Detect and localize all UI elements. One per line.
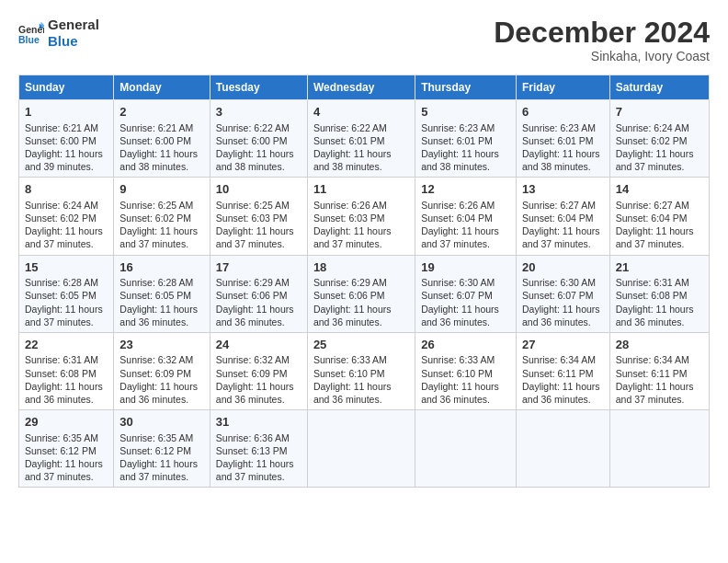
day-number: 13 [522, 181, 604, 198]
month-title: December 2024 [494, 17, 710, 49]
col-header-tuesday: Tuesday [210, 75, 307, 100]
day-number: 19 [421, 259, 510, 276]
week-row-5: 29Sunrise: 6:35 AMSunset: 6:12 PMDayligh… [19, 410, 710, 488]
sunset-text: Sunset: 6:01 PM [421, 135, 493, 146]
day-cell: 19Sunrise: 6:30 AMSunset: 6:07 PMDayligh… [415, 255, 517, 332]
day-number: 15 [25, 259, 108, 276]
day-cell: 18Sunrise: 6:29 AMSunset: 6:06 PMDayligh… [307, 255, 415, 332]
sunrise-text: Sunrise: 6:29 AM [216, 277, 290, 288]
header-row: SundayMondayTuesdayWednesdayThursdayFrid… [19, 75, 710, 100]
week-row-2: 8Sunrise: 6:24 AMSunset: 6:02 PMDaylight… [19, 178, 710, 255]
day-number: 1 [25, 104, 108, 121]
daylight-text: Daylight: 11 hours and 37 minutes. [119, 458, 198, 482]
sunrise-text: Sunrise: 6:28 AM [119, 277, 193, 288]
location: Sinkaha, Ivory Coast [494, 49, 710, 63]
day-cell: 27Sunrise: 6:34 AMSunset: 6:11 PMDayligh… [516, 332, 609, 409]
sunrise-text: Sunrise: 6:22 AM [216, 122, 290, 133]
sunrise-text: Sunrise: 6:26 AM [421, 200, 495, 211]
daylight-text: Daylight: 11 hours and 37 minutes. [313, 225, 392, 249]
sunrise-text: Sunrise: 6:33 AM [313, 354, 387, 365]
day-number: 31 [216, 414, 301, 431]
day-number: 27 [522, 337, 604, 353]
day-cell: 14Sunrise: 6:27 AMSunset: 6:04 PMDayligh… [609, 178, 709, 255]
day-number: 25 [313, 337, 409, 353]
daylight-text: Daylight: 11 hours and 37 minutes. [616, 381, 694, 405]
day-cell [609, 410, 709, 488]
day-number: 5 [421, 104, 510, 121]
daylight-text: Daylight: 11 hours and 39 minutes. [25, 148, 103, 172]
day-cell: 31Sunrise: 6:36 AMSunset: 6:13 PMDayligh… [210, 410, 307, 488]
sunset-text: Sunset: 6:12 PM [25, 445, 97, 456]
day-cell: 5Sunrise: 6:23 AMSunset: 6:01 PMDaylight… [415, 100, 517, 178]
calendar-table: SundayMondayTuesdayWednesdayThursdayFrid… [18, 75, 710, 488]
day-cell: 7Sunrise: 6:24 AMSunset: 6:02 PMDaylight… [609, 100, 709, 178]
sunset-text: Sunset: 6:03 PM [313, 213, 385, 224]
sunrise-text: Sunrise: 6:21 AM [25, 122, 98, 133]
sunset-text: Sunset: 6:12 PM [119, 445, 191, 456]
day-cell: 4Sunrise: 6:22 AMSunset: 6:01 PMDaylight… [307, 100, 415, 178]
sunrise-text: Sunrise: 6:33 AM [421, 354, 495, 365]
sunset-text: Sunset: 6:00 PM [25, 135, 97, 146]
col-header-thursday: Thursday [415, 75, 517, 100]
sunset-text: Sunset: 6:07 PM [421, 290, 493, 301]
sunrise-text: Sunrise: 6:35 AM [119, 432, 193, 443]
daylight-text: Daylight: 11 hours and 38 minutes. [522, 148, 600, 172]
daylight-text: Daylight: 11 hours and 36 minutes. [616, 304, 694, 327]
daylight-text: Daylight: 11 hours and 36 minutes. [119, 304, 198, 327]
day-number: 3 [216, 104, 301, 121]
day-cell: 8Sunrise: 6:24 AMSunset: 6:02 PMDaylight… [19, 178, 114, 255]
daylight-text: Daylight: 11 hours and 37 minutes. [616, 148, 694, 172]
day-number: 6 [522, 104, 604, 121]
sunrise-text: Sunrise: 6:32 AM [216, 354, 290, 365]
daylight-text: Daylight: 11 hours and 38 minutes. [313, 148, 392, 172]
day-cell: 22Sunrise: 6:31 AMSunset: 6:08 PMDayligh… [19, 332, 114, 409]
sunrise-text: Sunrise: 6:25 AM [119, 200, 193, 211]
sunset-text: Sunset: 6:10 PM [313, 368, 385, 379]
day-cell [307, 410, 415, 488]
day-number: 9 [119, 181, 204, 198]
day-number: 20 [522, 259, 604, 276]
logo-icon: General Blue [18, 20, 44, 46]
day-cell: 30Sunrise: 6:35 AMSunset: 6:12 PMDayligh… [114, 410, 210, 488]
col-header-sunday: Sunday [19, 75, 114, 100]
sunset-text: Sunset: 6:05 PM [119, 290, 191, 301]
sunset-text: Sunset: 6:11 PM [616, 368, 688, 379]
sunrise-text: Sunrise: 6:29 AM [313, 277, 387, 288]
sunrise-text: Sunrise: 6:27 AM [522, 200, 596, 211]
logo: General Blue General Blue [18, 17, 99, 50]
sunset-text: Sunset: 6:07 PM [522, 290, 594, 301]
page: General Blue General Blue December 2024 … [0, 0, 728, 497]
daylight-text: Daylight: 11 hours and 38 minutes. [216, 148, 294, 172]
day-number: 7 [616, 104, 703, 121]
day-number: 24 [216, 337, 301, 353]
day-number: 11 [313, 181, 409, 198]
day-cell: 25Sunrise: 6:33 AMSunset: 6:10 PMDayligh… [307, 332, 415, 409]
sunset-text: Sunset: 6:00 PM [216, 135, 288, 146]
sunrise-text: Sunrise: 6:26 AM [313, 200, 387, 211]
sunrise-text: Sunrise: 6:23 AM [522, 122, 596, 133]
sunrise-text: Sunrise: 6:30 AM [522, 277, 596, 288]
day-cell: 1Sunrise: 6:21 AMSunset: 6:00 PMDaylight… [19, 100, 114, 178]
daylight-text: Daylight: 11 hours and 37 minutes. [522, 225, 600, 249]
day-cell: 24Sunrise: 6:32 AMSunset: 6:09 PMDayligh… [210, 332, 307, 409]
day-number: 22 [25, 337, 108, 353]
sunrise-text: Sunrise: 6:28 AM [25, 277, 98, 288]
sunset-text: Sunset: 6:11 PM [522, 368, 594, 379]
title-block: December 2024 Sinkaha, Ivory Coast [494, 17, 710, 63]
day-number: 2 [119, 104, 204, 121]
sunrise-text: Sunrise: 6:25 AM [216, 200, 290, 211]
col-header-saturday: Saturday [609, 75, 709, 100]
day-number: 4 [313, 104, 409, 121]
day-number: 16 [119, 259, 204, 276]
col-header-wednesday: Wednesday [307, 75, 415, 100]
daylight-text: Daylight: 11 hours and 36 minutes. [313, 304, 392, 327]
sunset-text: Sunset: 6:04 PM [616, 213, 688, 224]
daylight-text: Daylight: 11 hours and 36 minutes. [313, 381, 392, 405]
day-number: 17 [216, 259, 301, 276]
sunset-text: Sunset: 6:08 PM [25, 368, 97, 379]
day-cell: 21Sunrise: 6:31 AMSunset: 6:08 PMDayligh… [609, 255, 709, 332]
sunrise-text: Sunrise: 6:34 AM [616, 354, 689, 365]
sunset-text: Sunset: 6:04 PM [522, 213, 594, 224]
day-number: 26 [421, 337, 510, 353]
col-header-friday: Friday [516, 75, 609, 100]
